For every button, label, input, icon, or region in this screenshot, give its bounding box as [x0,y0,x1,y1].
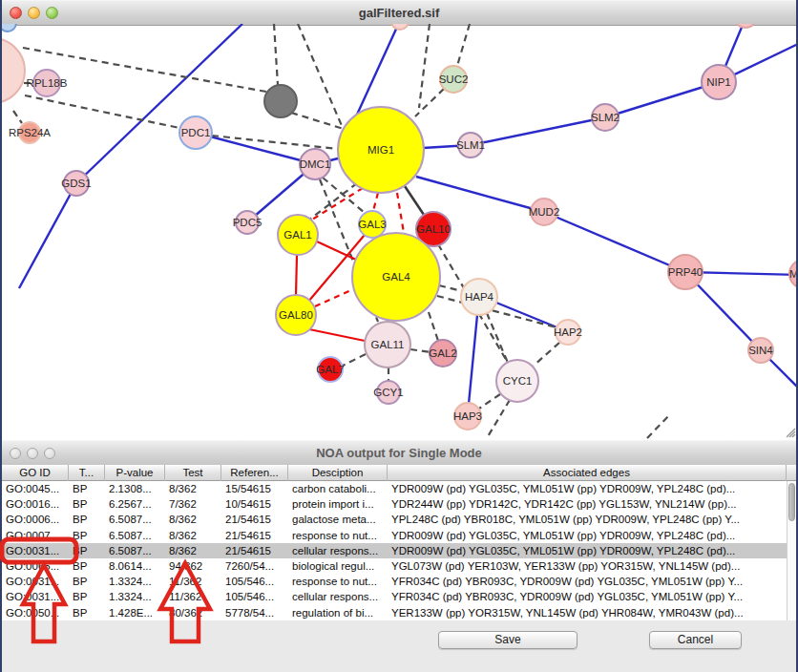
table-row[interactable]: GO:0016...BP6.2567...7/36210/54615protei… [2,496,787,512]
node-label: GAL1 [284,229,311,241]
noa-window-titlebar[interactable]: NOA output for Single Mode [2,440,796,466]
table-row[interactable]: GO:0065...BP8.0614...94/3627260/54...bio… [2,558,787,574]
network-edge [373,193,378,211]
network-edge [415,89,444,116]
network-node-msl1[interactable]: MSL1 [789,260,796,288]
table-cell: 1.3324... [105,589,165,604]
network-node-gal2[interactable]: GAL2 [429,340,456,367]
network-node-rps24a[interactable]: RPS24A [9,122,51,143]
network-node[interactable] [391,24,409,30]
network-node-gal80[interactable]: GAL80 [276,295,316,335]
network-canvas[interactable]: MSL1RPL18BRPS24AGDS1PDC1DMC1SUC2SLM1SLM2… [2,24,796,440]
network-node-mud2[interactable]: MUD2 [529,199,560,225]
node-label: SIN4 [748,345,773,356]
column-header-t-[interactable]: T... [69,465,105,481]
network-node-slm2[interactable]: SLM2 [591,104,620,131]
network-edge [429,312,438,341]
node-label: MUD2 [529,206,560,218]
network-edge [274,24,278,85]
table-cell: 15/54615 [221,481,288,496]
column-header-desciption[interactable]: Desciption [288,465,388,481]
network-node-gal1[interactable]: GAL1 [278,215,318,255]
table-cell: GO:0045... [2,481,69,496]
column-header-go-id[interactable]: GO ID [2,465,69,481]
network-node[interactable] [2,38,25,103]
network-node-hap3[interactable]: HAP3 [453,403,482,430]
table-cell: GO:0031... [2,589,69,604]
network-node-mig1[interactable]: MIG1 [338,107,424,193]
table-row[interactable]: GO:0006...BP6.5087...8/36221/54615galact… [2,512,787,527]
scrollbar-thumb[interactable] [788,483,795,521]
table-cell: GO:0050... [2,605,69,620]
cancel-button[interactable]: Cancel [649,631,742,649]
network-node-hap2[interactable]: HAP2 [554,320,582,345]
table-cell: BP [69,605,105,620]
network-node[interactable] [734,24,757,28]
network-edge [487,313,508,363]
network-node-nip1[interactable]: NIP1 [702,65,736,99]
network-node-prp40[interactable]: PRP40 [668,255,703,289]
table-cell: YPL248C (pd) YBR018C, YML051W (pp) YDR00… [388,512,787,527]
resize-grip[interactable] [787,429,795,437]
network-node-hap4[interactable]: HAP4 [461,279,497,315]
table-row[interactable]: GO:0050...BP1.428E...80/3625778/54...reg… [2,605,787,620]
table-cell: 2.1308... [105,481,165,496]
node-label: MIG1 [368,144,394,156]
node-label: SLM1 [456,139,485,151]
network-edge [291,113,346,130]
node-label: RPL18B [27,77,68,89]
network-node-gal3[interactable]: GAL3 [358,211,386,238]
network-node-pdc1[interactable]: PDC1 [179,116,212,149]
column-header-associated-edges[interactable]: Associated edges [388,465,787,481]
network-edge [457,24,470,66]
column-header-p-value[interactable]: P-value [105,465,165,481]
network-edge [397,193,404,233]
table-cell: 21/54615 [221,543,288,558]
network-node-gcy1[interactable]: GCY1 [373,381,403,404]
network-node-cyc1[interactable]: CYC1 [496,360,538,402]
table-row[interactable]: GO:0031...BP1.3324...11/362105/546...cel… [2,589,787,604]
network-edge [416,177,544,212]
table-cell: protein import i... [288,496,388,512]
table-cell: 11/362 [165,574,221,589]
table-cell: BP [69,543,105,558]
table-row[interactable]: GO:0031...BP1.3324...11/362105/546...res… [2,574,787,589]
network-node[interactable] [2,24,16,32]
network-node-gal4[interactable]: GAL4 [352,233,440,321]
network-node-dmc1[interactable]: DMC1 [300,149,331,179]
table-cell: GO:0007... [2,528,69,543]
table-cell: 6.5087... [105,512,165,527]
column-header-referen-[interactable]: Referen... [221,465,288,481]
network-edge [410,349,430,352]
table-cell: YDR244W (pp) YDR142C, YDR142C (pp) YGL15… [388,496,787,512]
network-edge [496,303,559,328]
table-cell: biological regul... [288,558,388,574]
node-label: GAL3 [358,219,386,230]
vertical-scrollbar[interactable] [787,481,796,620]
table-row[interactable]: GO:0045...BP2.1308...8/36215/54615carbon… [2,481,787,496]
network-edge [312,188,363,220]
network-node-slm1[interactable]: SLM1 [456,133,485,158]
column-header-test[interactable]: Test [165,465,221,481]
table-cell: GO:0006... [2,512,69,527]
table-cell: 105/546... [221,589,288,604]
node-label: DMC1 [300,158,331,170]
network-node-sin4[interactable]: SIN4 [748,338,773,363]
network-node-suc2[interactable]: SUC2 [439,66,469,93]
table-cell: GO:0016... [2,496,69,512]
table-cell: 11/362 [165,589,221,604]
table-cell: cellular respons... [288,589,388,604]
table-header: GO IDT...P-valueTestReferen...Desciption… [2,465,796,481]
network-window-titlebar[interactable]: galFiltered.sif [2,0,796,26]
table-cell: 1.428E... [105,605,165,620]
network-edge [487,400,510,438]
network-node[interactable] [264,85,297,117]
network-node-gal11[interactable]: GAL11 [365,322,410,368]
network-edge [469,315,477,404]
table-row[interactable]: GO:0031...BP6.5087...8/36221/54615cellul… [2,543,787,558]
network-node-gal7[interactable]: GAL7 [316,357,344,382]
table-body: GO:0045...BP2.1308...8/36215/54615carbon… [2,481,787,620]
table-row[interactable]: GO:0007...BP6.5087...8/36221/54615respon… [2,528,787,543]
network-node-rpl18b[interactable]: RPL18B [27,70,68,96]
save-button[interactable]: Save [438,631,578,649]
